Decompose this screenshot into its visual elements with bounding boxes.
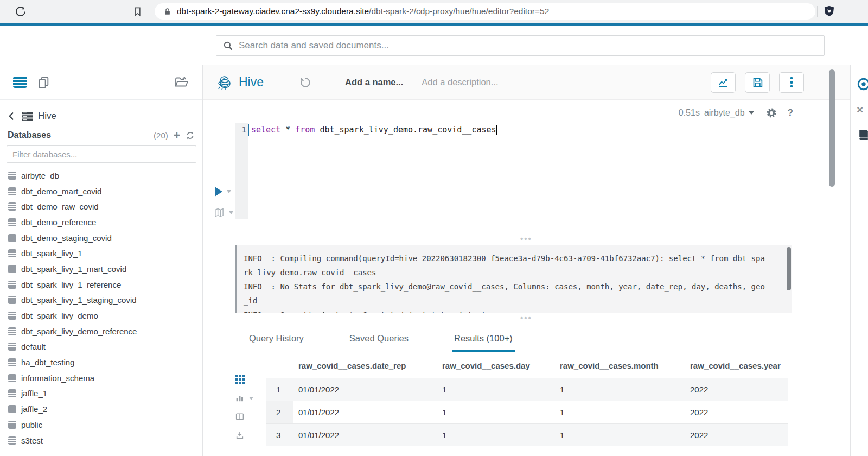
database-icon — [8, 343, 16, 351]
editor-header: Hive Add a name... Add a description... — [203, 65, 850, 100]
settings-gear-icon[interactable] — [766, 107, 777, 118]
database-item[interactable]: public — [0, 417, 202, 433]
databases-label: Databases — [8, 130, 51, 140]
chart-view-icon[interactable] — [235, 394, 257, 403]
chrome-divider — [817, 6, 818, 17]
url-bar[interactable]: dbt-spark-2-gateway.ciadev.cna2-sx9y.clo… — [155, 3, 815, 20]
database-item[interactable]: dbt_spark_livy_1_mart_covid — [0, 261, 202, 277]
search-input[interactable] — [239, 40, 818, 51]
refresh-icon[interactable] — [186, 131, 195, 140]
database-item[interactable]: dbt_spark_livy_1_reference — [0, 277, 202, 293]
database-item[interactable]: dbt_spark_livy_1_staging_covid — [0, 293, 202, 308]
run-query-button[interactable] — [215, 187, 231, 197]
help-icon[interactable]: ? — [788, 107, 793, 118]
chevron-down-icon — [229, 211, 233, 214]
more-actions-button[interactable] — [779, 72, 804, 93]
database-item[interactable]: airbyte_db — [0, 168, 202, 183]
engine-title: Hive — [239, 75, 264, 90]
documents-tab-icon[interactable] — [37, 75, 50, 89]
kebab-icon — [790, 77, 793, 88]
global-search[interactable] — [216, 35, 825, 56]
database-item[interactable]: dbt_spark_livy_demo_reference — [0, 324, 202, 339]
database-icon — [8, 281, 16, 289]
table-row: 3 01/01/2022 1 1 2022 — [266, 423, 788, 446]
query-log: INFO : Compiling command(queryId=hive_20… — [235, 245, 792, 313]
database-item[interactable]: dbt_demo_staging_covid — [0, 230, 202, 246]
save-button[interactable] — [745, 72, 770, 93]
sql-statement[interactable]: select * from dbt_spark_livy_demo.raw_co… — [251, 125, 497, 135]
browser-chrome: dbt-spark-2-gateway.ciadev.cna2-sx9y.clo… — [0, 0, 868, 23]
database-icon — [8, 358, 16, 366]
close-icon[interactable]: × — [857, 103, 863, 116]
resize-handle[interactable]: ••• — [520, 237, 532, 241]
log-line: INFO : No Stats for dbt_spark_livy_demo@… — [244, 280, 767, 308]
database-item[interactable]: information_schema — [0, 370, 202, 386]
add-database-icon[interactable]: + — [174, 131, 180, 140]
active-line-indicator — [248, 124, 249, 136]
database-list: airbyte_db dbt_demo_mart_covid dbt_demo_… — [0, 168, 202, 448]
main-scrollbar[interactable] — [829, 69, 835, 187]
database-item[interactable]: dbt_spark_livy_demo — [0, 308, 202, 324]
databases-count: (20) — [154, 131, 168, 140]
assistant-icon[interactable] — [857, 77, 868, 91]
database-item[interactable]: dbt_demo_reference — [0, 214, 202, 230]
grid-view-icon[interactable] — [235, 375, 257, 384]
bookmark-icon[interactable] — [128, 2, 146, 21]
log-scrollbar[interactable] — [787, 247, 791, 290]
database-item[interactable]: s3test — [0, 433, 202, 448]
brave-shield-icon[interactable] — [822, 4, 836, 18]
tab-query-history[interactable]: Query History — [247, 324, 306, 352]
database-icon — [8, 436, 16, 445]
column-header: raw_covid__cases.day — [437, 361, 554, 370]
database-icon — [8, 187, 16, 195]
docs-book-icon[interactable] — [857, 128, 868, 142]
database-icon — [8, 202, 16, 211]
lock-icon — [163, 8, 171, 16]
source-title[interactable]: Hive — [38, 111, 56, 122]
database-item[interactable]: default — [0, 339, 202, 355]
play-icon — [215, 187, 222, 197]
left-sidebar: Hive Databases (20) + airbyte_db dbt_dem… — [0, 65, 203, 456]
database-item[interactable]: dbt_spark_livy_1 — [0, 245, 202, 261]
folder-icon[interactable] — [174, 75, 189, 89]
columns-icon[interactable] — [235, 412, 257, 421]
resize-handle[interactable]: ••• — [520, 316, 532, 320]
database-icon — [8, 374, 16, 382]
query-history-icon[interactable] — [299, 77, 311, 88]
column-header: raw_covid__cases.month — [554, 361, 685, 370]
right-assist-strip: × — [850, 65, 868, 456]
query-description-field[interactable]: Add a description... — [422, 77, 498, 87]
editor-statusline: 0.51s airbyte_db ? — [679, 107, 793, 118]
back-chevron-icon[interactable] — [7, 111, 16, 121]
chevron-down-icon — [249, 397, 253, 400]
tab-saved-queries[interactable]: Saved Queries — [347, 324, 411, 352]
database-item[interactable]: jaffle_1 — [0, 386, 202, 402]
chevron-down-icon — [227, 190, 231, 193]
column-header: raw_covid__cases.year — [685, 361, 788, 370]
database-icon — [8, 249, 16, 257]
source-type-icon — [22, 112, 33, 121]
chart-button[interactable] — [711, 72, 736, 93]
database-item[interactable]: jaffle_2 — [0, 401, 202, 417]
search-row — [0, 26, 868, 65]
table-row: 1 01/01/2022 1 1 2022 — [266, 378, 788, 401]
database-item[interactable]: dbt_demo_mart_covid — [0, 183, 202, 199]
query-name-field[interactable]: Add a name... — [345, 77, 403, 87]
reload-icon[interactable] — [11, 2, 29, 21]
editor-panel: Hive Add a name... Add a description... — [203, 65, 850, 456]
database-icon — [8, 421, 16, 429]
hive-logo-icon — [216, 74, 233, 91]
code-editor: 0.51s airbyte_db ? 1 select * from dbt_s… — [203, 100, 850, 233]
column-header: raw_covid__cases.date_rep — [293, 361, 437, 370]
database-item[interactable]: ha_dbt_testing — [0, 354, 202, 370]
explain-map-button[interactable] — [214, 207, 233, 218]
download-icon[interactable] — [235, 430, 257, 440]
database-icon — [8, 296, 16, 304]
tab-results[interactable]: Results (100+) — [452, 324, 515, 352]
editor-gutter — [235, 123, 248, 219]
filter-databases-input[interactable] — [7, 145, 196, 163]
databases-tab-icon[interactable] — [13, 77, 27, 88]
results-panel: raw_covid__cases.date_rep raw_covid__cas… — [203, 353, 850, 456]
database-item[interactable]: dbt_demo_raw_covid — [0, 199, 202, 214]
database-selector[interactable]: airbyte_db — [704, 108, 754, 118]
